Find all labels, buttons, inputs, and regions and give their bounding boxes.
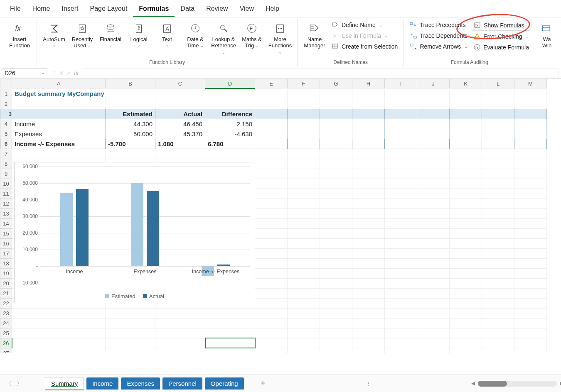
cell-J22[interactable]	[417, 298, 450, 308]
cell-K18[interactable]	[450, 258, 482, 268]
cell-F7[interactable]	[288, 149, 320, 159]
evaluate-formula-button[interactable]: fx Evaluate Formula	[471, 42, 531, 52]
row-header-14[interactable]: 14	[0, 218, 12, 228]
scroll-left-icon[interactable]: ◀	[471, 380, 475, 386]
cell-G24[interactable]	[320, 318, 352, 328]
col-header-J[interactable]: J	[417, 79, 450, 88]
cell-I2[interactable]	[385, 99, 417, 109]
cell-J15[interactable]	[417, 228, 450, 238]
col-header-M[interactable]: M	[514, 79, 547, 88]
cell-K10[interactable]	[450, 179, 482, 189]
cell-B25[interactable]	[106, 328, 155, 338]
cell-M7[interactable]	[514, 149, 547, 159]
cell-L12[interactable]	[482, 198, 514, 208]
cell-E6[interactable]	[255, 139, 288, 149]
cell-K8[interactable]	[450, 159, 482, 169]
lookup-button[interactable]: Lookup &Reference ⌄	[210, 20, 237, 57]
cell-H27[interactable]	[352, 348, 385, 353]
cell-F13[interactable]	[288, 208, 320, 218]
sheet-nav-next-icon[interactable]: 〉	[17, 380, 22, 387]
sheet-tab-operating[interactable]: Operating	[205, 377, 244, 390]
cell-L1[interactable]	[482, 89, 514, 99]
cell-M18[interactable]	[514, 258, 547, 268]
cell-D4[interactable]: 2.150	[205, 119, 255, 129]
cell-G17[interactable]	[320, 248, 352, 258]
cell-F16[interactable]	[288, 238, 320, 248]
cell-C26[interactable]	[155, 338, 205, 348]
cell-K21[interactable]	[450, 288, 482, 298]
cell-J24[interactable]	[417, 318, 450, 328]
cell-K23[interactable]	[450, 308, 482, 318]
horizontal-scrollbar[interactable]: ◀ ▶	[478, 381, 557, 387]
cell-I8[interactable]	[385, 159, 417, 169]
cell-L22[interactable]	[482, 298, 514, 308]
cell-G8[interactable]	[320, 159, 352, 169]
cell-L23[interactable]	[482, 308, 514, 318]
row-header-19[interactable]: 19	[0, 268, 12, 278]
menu-tab-formulas[interactable]: Formulas	[133, 2, 175, 17]
cell-K3[interactable]	[450, 109, 482, 119]
cell-I27[interactable]	[385, 348, 417, 353]
row-header-11[interactable]: 11	[0, 189, 12, 198]
menu-tab-view[interactable]: View	[234, 2, 260, 17]
cell-L8[interactable]	[482, 159, 514, 169]
row-header-8[interactable]: 8	[0, 159, 12, 169]
cell-E11[interactable]	[255, 189, 288, 198]
show-formulas-button[interactable]: fx Show Formulas	[471, 20, 531, 31]
menu-tab-help[interactable]: Help	[260, 2, 285, 17]
cell-J8[interactable]	[417, 159, 450, 169]
cell-B24[interactable]	[106, 318, 155, 328]
cell-E19[interactable]	[255, 268, 288, 278]
cell-J10[interactable]	[417, 179, 450, 189]
cell-M27[interactable]	[514, 348, 547, 353]
cell-J25[interactable]	[417, 328, 450, 338]
cell-F8[interactable]	[288, 159, 320, 169]
cell-L2[interactable]	[482, 99, 514, 109]
cell-G23[interactable]	[320, 308, 352, 318]
cell-M4[interactable]	[514, 119, 547, 129]
watch-window-button[interactable]: WaWin	[539, 20, 555, 51]
cell-J19[interactable]	[417, 268, 450, 278]
cell-A1[interactable]: Budget summary MyCompany	[12, 89, 255, 99]
cell-F22[interactable]	[288, 298, 320, 308]
cell-I15[interactable]	[385, 228, 417, 238]
cell-J21[interactable]	[417, 288, 450, 298]
cell-A5[interactable]: Expenses	[12, 129, 106, 139]
cell-H5[interactable]	[352, 129, 385, 139]
cell-C4[interactable]: 46.450	[155, 119, 205, 129]
cell-D7[interactable]	[205, 149, 255, 159]
col-header-G[interactable]: G	[320, 79, 352, 88]
cell-E7[interactable]	[255, 149, 288, 159]
cell-E23[interactable]	[255, 308, 288, 318]
name-box[interactable]: D26 ⌄	[2, 68, 47, 78]
cell-D25[interactable]	[205, 328, 255, 338]
cell-E13[interactable]	[255, 208, 288, 218]
sheet-tab-expenses[interactable]: Expenses	[121, 377, 160, 390]
cell-G1[interactable]	[320, 89, 352, 99]
cell-L19[interactable]	[482, 268, 514, 278]
cell-L20[interactable]	[482, 278, 514, 288]
cell-L13[interactable]	[482, 208, 514, 218]
cell-H24[interactable]	[352, 318, 385, 328]
cell-J23[interactable]	[417, 308, 450, 318]
cell-M22[interactable]	[514, 298, 547, 308]
cell-E9[interactable]	[255, 169, 288, 179]
math-button[interactable]: θMaths &Trig ⌄	[238, 20, 266, 51]
row-header-23[interactable]: 23	[0, 308, 12, 318]
cell-L5[interactable]	[482, 129, 514, 139]
cell-M24[interactable]	[514, 318, 547, 328]
cell-G27[interactable]	[320, 348, 352, 353]
cell-F9[interactable]	[288, 169, 320, 179]
cell-L11[interactable]	[482, 189, 514, 198]
cell-H1[interactable]	[352, 89, 385, 99]
cell-C24[interactable]	[155, 318, 205, 328]
row-header-10[interactable]: 10	[0, 179, 12, 189]
cell-E27[interactable]	[255, 348, 288, 353]
embedded-chart[interactable]: -10.000-10.00020.00030.00040.00050.00060…	[14, 162, 255, 303]
cell-I24[interactable]	[385, 318, 417, 328]
cell-G2[interactable]	[320, 99, 352, 109]
row-header-15[interactable]: 15	[0, 228, 12, 238]
cell-I9[interactable]	[385, 169, 417, 179]
menu-tab-page-layout[interactable]: Page Layout	[84, 2, 133, 17]
cell-B27[interactable]	[106, 348, 155, 353]
